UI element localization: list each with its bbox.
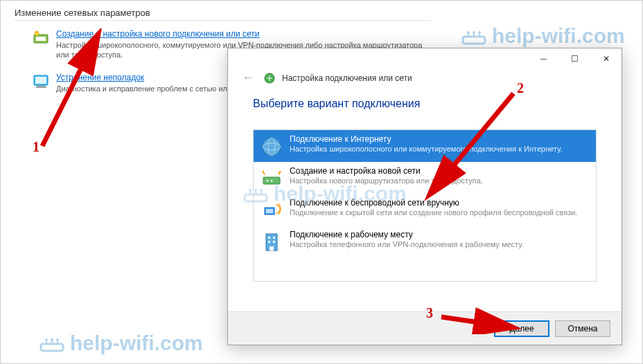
next-button[interactable]: Далее (494, 320, 549, 337)
option-internet[interactable]: Подключение к Интернету Настройка широко… (254, 130, 596, 162)
svg-point-8 (478, 31, 481, 34)
annotation-num-2: 2 (517, 80, 524, 96)
watermark: help-wifi.com (461, 24, 625, 48)
svg-point-20 (263, 138, 281, 156)
back-arrow-icon[interactable]: ← (239, 71, 257, 85)
svg-point-7 (473, 31, 475, 34)
svg-rect-27 (266, 209, 273, 213)
svg-rect-1 (36, 37, 46, 41)
section-title: Изменение сетевых параметров (15, 8, 430, 21)
building-icon (261, 231, 283, 253)
option-title: Создание и настройка новой сети (290, 166, 483, 176)
titlebar: ─ ☐ ✕ (228, 48, 622, 69)
connection-options-list: Подключение к Интернету Настройка широко… (253, 129, 597, 282)
svg-rect-34 (245, 194, 267, 201)
new-connection-link[interactable]: Создание и настройка нового подключения … (56, 29, 430, 39)
svg-rect-12 (41, 344, 63, 351)
troubleshoot-icon (33, 73, 49, 89)
svg-rect-29 (268, 237, 270, 239)
annotation-num-1: 1 (33, 139, 39, 155)
minimize-button[interactable]: ─ (528, 48, 559, 69)
watermark: help-wifi.com (243, 182, 407, 206)
svg-rect-30 (273, 237, 275, 239)
watermark: help-wifi.com (39, 331, 203, 355)
svg-rect-33 (270, 246, 274, 251)
new-connection-icon (33, 29, 49, 46)
svg-rect-31 (268, 241, 270, 243)
annotation-num-3: 3 (426, 305, 433, 321)
dialog-header: ← Настройка подключения или сети (228, 69, 622, 92)
svg-rect-32 (273, 241, 275, 243)
svg-rect-5 (463, 37, 485, 44)
option-desc: Подключение к скрытой сети или создание … (290, 208, 577, 217)
svg-point-6 (467, 31, 470, 34)
option-title: Подключение к Интернету (290, 134, 563, 144)
maximize-button[interactable]: ☐ (559, 48, 590, 69)
dialog-header-text: Настройка подключения или сети (282, 73, 412, 83)
option-desc: Настройка телефонного или VPN-подключени… (290, 240, 524, 248)
network-icon (264, 73, 275, 84)
dialog-footer: Далее Отмена (228, 311, 622, 345)
svg-rect-4 (35, 77, 46, 84)
globe-icon (261, 136, 283, 158)
option-workplace[interactable]: Подключение к рабочему месту Настройка т… (254, 226, 596, 257)
close-button[interactable]: ✕ (590, 48, 622, 69)
dialog-title: Выберите вариант подключения (253, 98, 597, 110)
cancel-button[interactable]: Отмена (555, 320, 610, 337)
option-desc: Настройка широкополосного или коммутируе… (290, 145, 563, 153)
option-title: Подключение к рабочему месту (290, 230, 524, 239)
